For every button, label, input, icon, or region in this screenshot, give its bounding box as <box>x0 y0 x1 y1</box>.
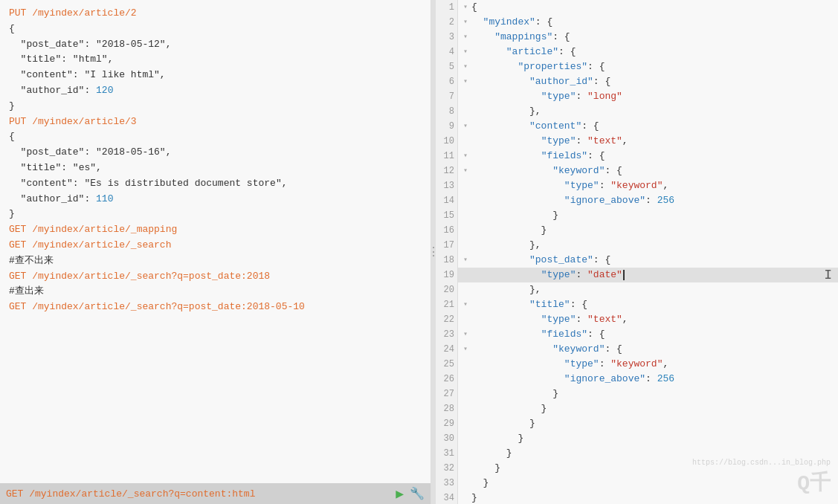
line-number-9: 9 <box>436 119 458 134</box>
line-number-24: 24 <box>436 342 458 357</box>
line-number-14: 14 <box>436 193 458 208</box>
left-line-l22: GET /myindex/article/_search?q=post_date… <box>9 269 422 285</box>
line-content-8: }, <box>470 104 838 119</box>
right-line-5: 5▾ "properties": { <box>436 59 838 74</box>
line-content-25: "type": "keyword", <box>470 357 838 372</box>
right-line-13: 13 "type": "keyword", <box>436 178 838 193</box>
line-content-16: } <box>470 223 838 238</box>
line-number-8: 8 <box>436 104 458 119</box>
line-number-7: 7 <box>436 89 458 104</box>
fold-dot-19 <box>461 268 470 282</box>
line-content-27: } <box>470 387 838 401</box>
line-content-24: "keyword": { <box>470 342 838 357</box>
fold-dot-12[interactable]: ▾ <box>461 164 470 178</box>
fold-dot-32 <box>461 461 470 476</box>
left-line-l13: "content": "Es is distributed document s… <box>9 176 422 192</box>
line-content-34: } <box>470 491 838 504</box>
line-number-10: 10 <box>436 134 458 149</box>
line-content-13: "type": "keyword", <box>470 178 838 193</box>
line-number-5: 5 <box>436 59 458 74</box>
line-number-23: 23 <box>436 327 458 342</box>
fold-dot-15 <box>461 208 470 223</box>
right-line-23: 23▾ "fields": { <box>436 327 838 342</box>
right-line-17: 17 }, <box>436 238 838 253</box>
line-number-11: 11 <box>436 149 458 164</box>
line-content-17: }, <box>470 238 838 253</box>
line-content-4: "article": { <box>470 45 838 59</box>
right-line-31: 31 } <box>436 446 838 461</box>
fold-dot-2[interactable]: ▾ <box>461 15 470 30</box>
wrench-button[interactable]: 🔧 <box>410 486 425 501</box>
right-line-8: 8 }, <box>436 104 838 119</box>
fold-dot-6[interactable]: ▾ <box>461 74 470 89</box>
left-line-l5: "content": "I like html", <box>9 68 422 83</box>
line-number-20: 20 <box>436 282 458 297</box>
line-content-29: } <box>470 416 838 431</box>
line-number-1: 1 <box>436 0 458 15</box>
right-line-10: 10 "type": "text", <box>436 134 838 149</box>
line-content-21: "title": { <box>470 297 838 312</box>
line-number-18: 18 <box>436 253 458 268</box>
fold-dot-26 <box>461 372 470 387</box>
fold-dot-18[interactable]: ▾ <box>461 253 470 268</box>
fold-dot-23[interactable]: ▾ <box>461 327 470 342</box>
left-line-l15: } <box>9 207 422 222</box>
line-number-27: 27 <box>436 387 458 401</box>
right-line-22: 22 "type": "text", <box>436 312 838 327</box>
right-line-25: 25 "type": "keyword", <box>436 357 838 372</box>
left-line-l1: PUT /myindex/article/2 <box>9 6 422 22</box>
left-line-l17: GET /myindex/article/_mapping <box>9 222 422 238</box>
left-code-area: PUT /myindex/article/2{ "post_date": "20… <box>9 6 422 315</box>
right-line-24: 24▾ "keyword": { <box>436 342 838 357</box>
fold-dot-17 <box>461 238 470 253</box>
fold-dot-3[interactable]: ▾ <box>461 30 470 45</box>
right-line-7: 7 "type": "long" <box>436 89 838 104</box>
fold-dot-4[interactable]: ▾ <box>461 45 470 59</box>
left-line-l4: "title": "html", <box>9 52 422 68</box>
right-line-34: 34 } <box>436 491 838 504</box>
fold-dot-33 <box>461 476 470 491</box>
fold-dot-1[interactable]: ▾ <box>461 0 470 15</box>
line-number-33: 33 <box>436 476 458 491</box>
line-content-12: "keyword": { <box>470 164 838 178</box>
line-content-6: "author_id": { <box>470 74 838 89</box>
right-line-20: 20 }, <box>436 282 838 297</box>
line-number-26: 26 <box>436 372 458 387</box>
bottom-command-text: GET /myindex/article/_search?q=content:h… <box>6 488 396 500</box>
line-number-28: 28 <box>436 401 458 416</box>
right-line-12: 12▾ "keyword": { <box>436 164 838 178</box>
fold-dot-21[interactable]: ▾ <box>461 297 470 312</box>
fold-dot-24[interactable]: ▾ <box>461 342 470 357</box>
line-number-6: 6 <box>436 74 458 89</box>
fold-dot-22 <box>461 312 470 327</box>
left-line-l11: "post_date": "2018-05-16", <box>9 145 422 161</box>
line-number-4: 4 <box>436 45 458 59</box>
left-line-l2: { <box>9 22 422 37</box>
line-number-12: 12 <box>436 164 458 178</box>
play-button[interactable]: ▶ <box>396 485 404 502</box>
fold-dot-16 <box>461 223 470 238</box>
fold-dot-27 <box>461 387 470 401</box>
right-line-26: 26 "ignore_above": 256 <box>436 372 838 387</box>
right-line-18: 18▾ "post_date": { <box>436 253 838 268</box>
line-content-14: "ignore_above": 256 <box>470 193 838 208</box>
right-line-4: 4▾ "article": { <box>436 45 838 59</box>
right-line-16: 16 } <box>436 223 838 238</box>
right-code-area: 1▾{2▾ "myindex": {3▾ "mappings": {4▾ "ar… <box>436 0 838 504</box>
right-line-3: 3▾ "mappings": { <box>436 30 838 45</box>
line-number-29: 29 <box>436 416 458 431</box>
fold-dot-25 <box>461 357 470 372</box>
fold-dot-5[interactable]: ▾ <box>461 59 470 74</box>
fold-dot-30 <box>461 431 470 446</box>
left-line-l7: } <box>9 99 422 114</box>
line-content-30: } <box>470 431 838 446</box>
fold-dot-9[interactable]: ▾ <box>461 119 470 134</box>
left-line-l3: "post_date": "2018-05-12", <box>9 37 422 53</box>
line-content-32: } <box>470 461 838 476</box>
line-number-3: 3 <box>436 30 458 45</box>
fold-dot-20 <box>461 282 470 297</box>
right-line-32: 32 } <box>436 461 838 476</box>
fold-dot-34 <box>461 491 470 504</box>
right-line-30: 30 } <box>436 431 838 446</box>
fold-dot-11[interactable]: ▾ <box>461 149 470 164</box>
